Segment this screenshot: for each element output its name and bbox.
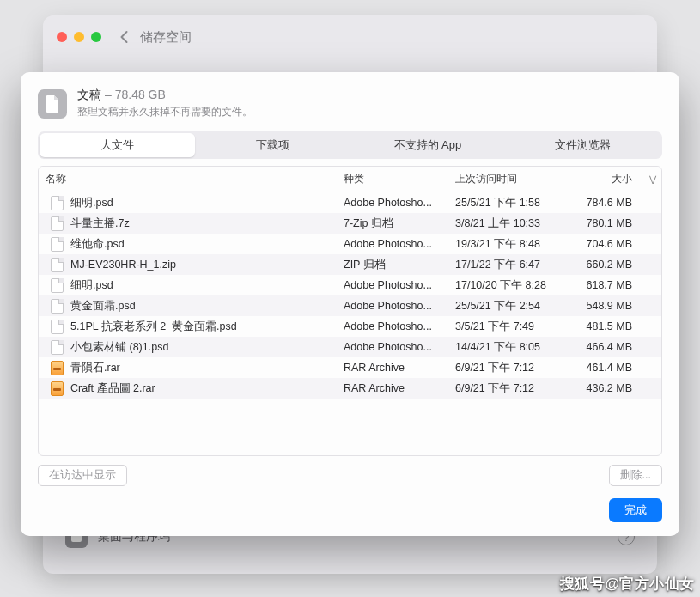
window-titlebar: 储存空间 <box>43 15 657 58</box>
sort-indicator-icon[interactable]: ⋁ <box>644 169 661 189</box>
dialog-actions: 在访达中显示 删除... <box>38 465 662 486</box>
table-row[interactable]: 黄金面霜.psdAdobe Photosho...25/5/21 下午 2:54… <box>39 295 661 316</box>
file-icon <box>51 320 64 334</box>
file-icon <box>51 278 64 293</box>
file-name: Craft 產品圖 2.rar <box>70 381 155 396</box>
table-row[interactable]: 细明.psdAdobe Photosho...25/5/21 下午 1:5878… <box>39 192 661 213</box>
table-header: 名称 种类 上次访问时间 大小 ⋁ <box>39 167 661 192</box>
file-size: 780.1 MB <box>569 212 644 235</box>
column-kind[interactable]: 种类 <box>337 167 448 192</box>
fullscreen-window-button[interactable] <box>91 32 101 42</box>
file-size: 704.6 MB <box>569 233 644 255</box>
back-nav: 储存空间 <box>119 29 192 46</box>
file-size: 461.4 MB <box>569 356 644 379</box>
minimize-window-button[interactable] <box>74 32 84 42</box>
file-name: 5.1PL 抗衰老系列 2_黄金面霜.psd <box>70 320 237 334</box>
file-name: 斗量主播.7z <box>70 216 130 231</box>
file-size: 618.7 MB <box>569 274 644 296</box>
file-icon <box>51 340 64 355</box>
file-date: 6/9/21 下午 7:12 <box>448 376 569 401</box>
table-row[interactable]: Craft 產品圖 2.rarRAR Archive6/9/21 下午 7:12… <box>39 378 661 399</box>
table-body: 细明.psdAdobe Photosho...25/5/21 下午 1:5878… <box>39 192 661 455</box>
file-name: 青隕石.rar <box>70 361 120 375</box>
table-row[interactable]: 小包素材铺 (8)1.psdAdobe Photosho...14/4/21 下… <box>39 337 661 357</box>
file-kind: RAR Archive <box>337 377 448 399</box>
column-size[interactable]: 大小 <box>569 167 644 192</box>
table-row[interactable]: 细明.psdAdobe Photosho...17/10/20 下午 8:286… <box>39 275 661 295</box>
column-name[interactable]: 名称 <box>39 167 337 192</box>
tab-1[interactable]: 下载项 <box>195 133 350 157</box>
file-name: 细明.psd <box>70 196 113 210</box>
file-kind: Adobe Photosho... <box>337 274 448 296</box>
file-table: 名称 种类 上次访问时间 大小 ⋁ 细明.psdAdobe Photosho..… <box>38 166 662 456</box>
document-icon <box>38 89 67 119</box>
file-name: 黄金面霜.psd <box>70 299 136 314</box>
dialog-footer: 完成 <box>38 498 662 522</box>
tab-2[interactable]: 不支持的 App <box>350 133 506 157</box>
file-icon <box>51 237 64 252</box>
file-name: 维他命.psd <box>70 237 125 252</box>
dialog-header: 文稿 – 78.48 GB 整理文稿并永久抹掉不再需要的文件。 <box>38 88 662 119</box>
dialog-subtitle: 整理文稿并永久抹掉不再需要的文件。 <box>77 105 253 119</box>
file-name: 细明.psd <box>70 278 113 293</box>
file-icon <box>51 361 64 375</box>
dialog-title: 文稿 <box>77 88 101 103</box>
file-icon <box>51 196 64 210</box>
tab-0[interactable]: 大文件 <box>40 133 195 157</box>
close-window-button[interactable] <box>57 32 67 42</box>
tab-3[interactable]: 文件浏览器 <box>505 133 660 157</box>
file-icon <box>51 258 64 272</box>
done-button[interactable]: 完成 <box>609 498 662 522</box>
window-title: 储存空间 <box>140 29 192 46</box>
file-kind: Adobe Photosho... <box>337 315 448 338</box>
table-row[interactable]: MJ-EV230HR-H_1.zipZIP 归档17/1/22 下午 6:476… <box>39 254 661 275</box>
table-row[interactable]: 5.1PL 抗衰老系列 2_黄金面霜.psdAdobe Photosho...3… <box>39 316 661 337</box>
documents-storage-dialog: 文稿 – 78.48 GB 整理文稿并永久抹掉不再需要的文件。 大文件下载项不支… <box>21 72 679 536</box>
show-in-finder-button[interactable]: 在访达中显示 <box>38 465 127 486</box>
back-chevron-icon[interactable] <box>119 30 130 44</box>
file-icon <box>51 381 64 396</box>
file-kind: RAR Archive <box>337 356 448 379</box>
file-name: MJ-EV230HR-H_1.zip <box>70 259 176 271</box>
dialog-size: – 78.48 GB <box>105 88 166 101</box>
tab-bar: 大文件下载项不支持的 App文件浏览器 <box>38 131 662 159</box>
table-row[interactable]: 青隕石.rarRAR Archive6/9/21 下午 7:12461.4 MB <box>39 357 661 378</box>
file-size: 784.6 MB <box>569 192 644 214</box>
table-row[interactable]: 维他命.psdAdobe Photosho...19/3/21 下午 8:487… <box>39 234 661 254</box>
column-date[interactable]: 上次访问时间 <box>448 167 569 192</box>
file-icon <box>51 299 64 314</box>
table-row[interactable]: 斗量主播.7z7-Zip 归档3/8/21 上午 10:33780.1 MB <box>39 213 661 234</box>
file-kind: Adobe Photosho... <box>337 336 448 358</box>
file-size: 481.5 MB <box>569 315 644 338</box>
delete-button[interactable]: 删除... <box>609 465 662 486</box>
file-kind: Adobe Photosho... <box>337 295 448 317</box>
file-size: 660.2 MB <box>569 253 644 276</box>
file-name: 小包素材铺 (8)1.psd <box>70 340 168 355</box>
watermark: 搜狐号@官方小仙女 <box>560 574 695 594</box>
file-icon <box>51 216 64 231</box>
file-size: 466.4 MB <box>569 336 644 358</box>
file-size: 548.9 MB <box>569 295 644 317</box>
window-controls <box>57 32 101 42</box>
file-size: 436.2 MB <box>569 377 644 399</box>
